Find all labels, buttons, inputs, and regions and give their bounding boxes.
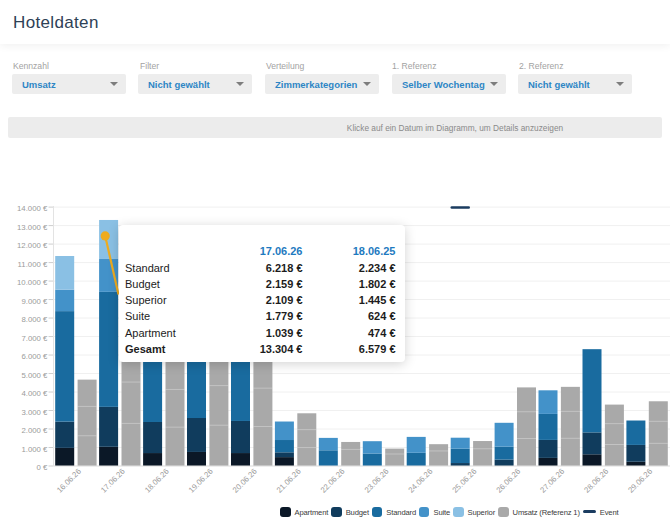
svg-text:8.000 €: 8.000 € (21, 315, 48, 324)
svg-text:6.000 €: 6.000 € (21, 352, 48, 361)
svg-text:27.06.26: 27.06.26 (538, 467, 566, 495)
svg-text:5.000 €: 5.000 € (21, 371, 48, 380)
svg-text:22.06.26: 22.06.26 (319, 467, 347, 495)
svg-text:4.000 €: 4.000 € (21, 389, 48, 398)
svg-text:18.06.26: 18.06.26 (143, 467, 171, 495)
svg-text:24.06.26: 24.06.26 (407, 467, 435, 495)
svg-text:25.06.26: 25.06.26 (451, 467, 479, 495)
svg-text:12.000 €: 12.000 € (17, 241, 48, 250)
svg-text:21.06.26: 21.06.26 (275, 467, 303, 495)
svg-text:16.06.26: 16.06.26 (55, 467, 83, 495)
svg-text:28.06.26: 28.06.26 (582, 467, 610, 495)
svg-text:19.06.26: 19.06.26 (187, 467, 215, 495)
svg-text:2.000 €: 2.000 € (21, 426, 48, 435)
svg-text:7.000 €: 7.000 € (21, 334, 48, 343)
svg-text:17.06.26: 17.06.26 (99, 467, 127, 495)
svg-text:10.000 €: 10.000 € (17, 278, 48, 287)
svg-text:20.06.26: 20.06.26 (231, 467, 259, 495)
svg-text:14.000 €: 14.000 € (17, 204, 48, 213)
svg-text:13.000 €: 13.000 € (17, 223, 48, 232)
svg-text:26.06.26: 26.06.26 (494, 467, 522, 495)
svg-text:1.000 €: 1.000 € (21, 445, 48, 454)
svg-text:0 €: 0 € (37, 463, 49, 472)
svg-text:11.000 €: 11.000 € (18, 260, 48, 269)
svg-text:29.06.26: 29.06.26 (626, 467, 654, 495)
svg-text:23.06.26: 23.06.26 (363, 467, 391, 495)
svg-text:9.000 €: 9.000 € (21, 297, 48, 306)
svg-text:3.000 €: 3.000 € (21, 408, 48, 417)
